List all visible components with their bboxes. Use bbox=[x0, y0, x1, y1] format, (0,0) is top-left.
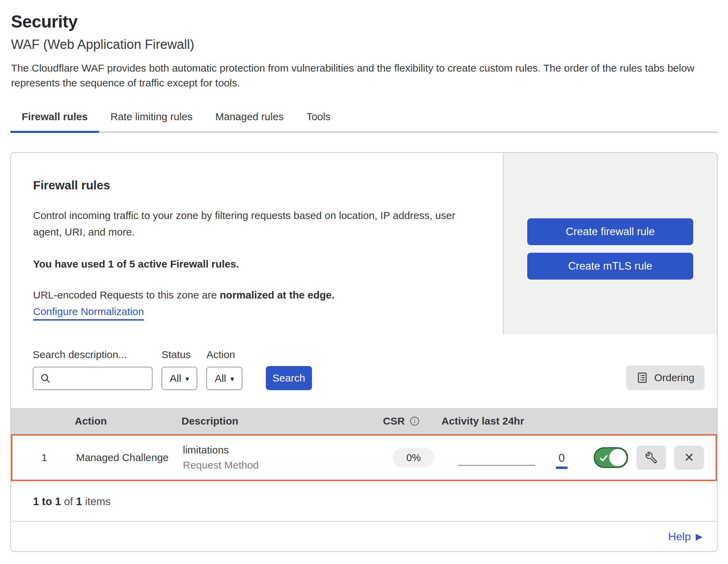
firewall-rules-card: Firewall rules Control incoming traffic … bbox=[11, 153, 717, 334]
search-input[interactable] bbox=[33, 367, 153, 390]
edit-rule-button[interactable] bbox=[636, 446, 666, 470]
activity-count-value: 0 bbox=[559, 451, 565, 464]
rule-action: Managed Challenge bbox=[76, 452, 183, 463]
check-icon bbox=[599, 453, 609, 463]
activity-sparkline bbox=[458, 465, 535, 466]
action-value: All bbox=[215, 373, 226, 384]
close-icon: ✕ bbox=[684, 450, 694, 465]
card-title: Firewall rules bbox=[33, 178, 482, 192]
action-label: Action bbox=[206, 349, 242, 361]
header-csr: CSR bbox=[383, 415, 441, 427]
search-group: Search description... bbox=[33, 349, 153, 390]
csr-badge: 0% bbox=[393, 448, 435, 468]
wrench-icon bbox=[645, 451, 658, 464]
firewall-rules-panel: Firewall rules Control incoming traffic … bbox=[10, 152, 718, 552]
header-activity: Activity last 24hr bbox=[441, 415, 583, 427]
search-label: Search description... bbox=[33, 349, 153, 361]
action-select[interactable]: All ▾ bbox=[206, 367, 242, 390]
usage-summary: You have used 1 of 5 active Firewall rul… bbox=[33, 258, 482, 270]
header-description: Description bbox=[181, 415, 383, 427]
card-actions-panel: Create firewall rule Create mTLS rule bbox=[503, 153, 717, 334]
rule-activity: 0 bbox=[443, 447, 584, 469]
info-icon[interactable] bbox=[409, 416, 420, 426]
delete-rule-button[interactable]: ✕ bbox=[674, 446, 704, 470]
header-action: Action bbox=[75, 415, 181, 427]
status-value: All bbox=[170, 373, 181, 384]
arrow-right-icon: ▶ bbox=[696, 531, 703, 542]
rule-priority: 1 bbox=[12, 452, 76, 463]
help-label: Help bbox=[668, 530, 691, 543]
waf-tabs: Firewall rules Rate limiting rules Manag… bbox=[10, 107, 718, 133]
tab-tools[interactable]: Tools bbox=[295, 107, 342, 132]
search-box bbox=[33, 367, 153, 390]
tab-managed-rules[interactable]: Managed rules bbox=[204, 107, 295, 132]
page-title: Security bbox=[11, 12, 717, 32]
page-description: The Cloudflare WAF provides both automat… bbox=[11, 61, 710, 90]
help-link[interactable]: Help ▶ bbox=[668, 530, 703, 543]
activity-count-underline bbox=[556, 467, 568, 469]
pagination-total: 1 bbox=[76, 495, 82, 508]
status-group: Status All ▾ bbox=[162, 349, 197, 390]
pagination-of: of bbox=[64, 495, 73, 508]
create-firewall-rule-button[interactable]: Create firewall rule bbox=[527, 218, 693, 245]
ordering-button[interactable]: Ordering bbox=[626, 365, 705, 390]
activity-count-link[interactable]: 0 bbox=[556, 451, 568, 469]
csr-label: CSR bbox=[383, 415, 405, 427]
ordering-label: Ordering bbox=[654, 372, 695, 384]
toggle-knob bbox=[609, 449, 626, 466]
status-label: Status bbox=[162, 349, 197, 361]
tab-rate-limiting-rules[interactable]: Rate limiting rules bbox=[99, 107, 204, 132]
card-info: Firewall rules Control incoming traffic … bbox=[11, 153, 503, 334]
page-header: Security WAF (Web Application Firewall) … bbox=[0, 0, 728, 90]
list-document-icon bbox=[636, 372, 648, 384]
table-row: 1 Managed Challenge limitations Request … bbox=[11, 434, 717, 481]
rule-controls: ✕ bbox=[584, 446, 716, 470]
action-group: Action All ▾ bbox=[206, 349, 242, 390]
pagination-range: 1 to 1 bbox=[33, 495, 61, 508]
configure-normalization-link[interactable]: Configure Normalization bbox=[33, 306, 144, 321]
chevron-down-icon: ▾ bbox=[230, 375, 234, 384]
rule-description-sub: Request Method bbox=[183, 459, 384, 471]
status-select[interactable]: All ▾ bbox=[162, 367, 197, 390]
pagination-summary: 1 to 1of1items bbox=[11, 481, 717, 522]
filter-bar: Search description... Status All ▾ Actio… bbox=[11, 334, 717, 408]
normalization-note: URL-encoded Requests to this zone are no… bbox=[33, 289, 482, 301]
rule-csr: 0% bbox=[384, 448, 443, 468]
tab-firewall-rules[interactable]: Firewall rules bbox=[10, 107, 99, 132]
page-subtitle: WAF (Web Application Firewall) bbox=[11, 37, 717, 52]
table-header: Action Description CSR Activity last 24h… bbox=[11, 408, 717, 434]
rule-description-title[interactable]: limitations bbox=[183, 444, 384, 456]
chevron-down-icon: ▾ bbox=[185, 375, 189, 384]
normalization-bold: normalized at the edge. bbox=[220, 289, 334, 301]
waf-page: Security WAF (Web Application Firewall) … bbox=[0, 0, 728, 564]
normalization-text: URL-encoded Requests to this zone are bbox=[33, 289, 220, 301]
rule-description: limitations Request Method bbox=[183, 444, 384, 471]
search-button[interactable]: Search bbox=[266, 366, 312, 390]
pagination-items: items bbox=[85, 495, 111, 508]
search-icon bbox=[40, 373, 51, 384]
create-mtls-rule-button[interactable]: Create mTLS rule bbox=[527, 253, 693, 280]
help-row: Help ▶ bbox=[11, 522, 717, 551]
card-description: Control incoming traffic to your zone by… bbox=[33, 207, 482, 240]
rule-enabled-toggle[interactable] bbox=[594, 447, 628, 468]
